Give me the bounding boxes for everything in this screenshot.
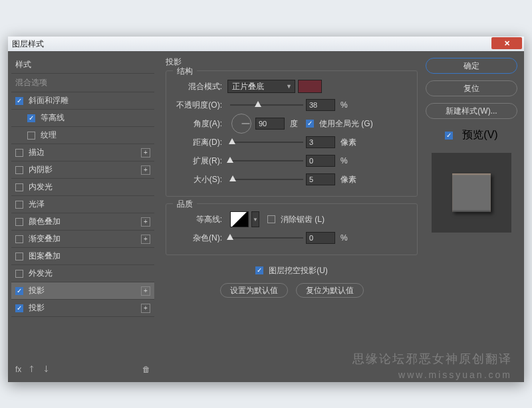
preview-box: [432, 153, 511, 233]
size-label: 大小(S):: [173, 174, 227, 185]
antialias-label: 消除锯齿 (L): [281, 214, 325, 225]
noise-slider[interactable]: [230, 233, 303, 243]
blending-options[interactable]: 混合选项: [11, 74, 154, 92]
preview-swatch: [452, 173, 491, 212]
blend-mode-select[interactable]: 正片叠底 ▼: [227, 80, 295, 93]
style-item-label: 等高线: [41, 112, 65, 124]
styles-sidebar: 样式 混合选项 ✓斜面和浮雕✓等高线纹理描边+内阴影+内发光光泽颜色叠加+渐变叠…: [8, 51, 158, 382]
style-item[interactable]: 渐变叠加+: [11, 231, 154, 248]
angle-dial[interactable]: [231, 114, 251, 134]
style-checkbox[interactable]: [15, 270, 23, 278]
move-down-icon[interactable]: 🡓: [43, 365, 51, 374]
distance-label: 距离(D):: [173, 137, 227, 148]
style-checkbox[interactable]: [15, 201, 23, 209]
angle-label: 角度(A):: [173, 118, 227, 130]
style-item-label: 斜面和浮雕: [29, 95, 68, 106]
contour-label: 等高线:: [173, 214, 227, 225]
style-checkbox[interactable]: ✓: [15, 287, 23, 295]
add-instance-icon[interactable]: +: [141, 286, 150, 296]
style-item-label: 图案叠加: [29, 251, 61, 262]
size-slider[interactable]: [230, 174, 303, 185]
ok-button[interactable]: 确定: [426, 58, 517, 74]
style-item[interactable]: 颜色叠加+: [11, 213, 154, 231]
right-pane: 确定 复位 新建样式(W)... ✓ 预览(V): [426, 51, 524, 382]
style-checkbox[interactable]: ✓: [15, 304, 23, 312]
contour-dropdown[interactable]: ▼: [251, 211, 259, 227]
preview-checkbox[interactable]: ✓: [445, 132, 453, 140]
noise-label: 杂色(N):: [173, 233, 227, 244]
distance-input[interactable]: 3: [306, 136, 335, 148]
antialias-checkbox[interactable]: [267, 215, 275, 223]
style-item[interactable]: 描边+: [11, 144, 154, 161]
titlebar[interactable]: 图层样式 ✕: [8, 37, 524, 51]
knockout-checkbox[interactable]: ✓: [255, 266, 263, 274]
knockout-row: ✓ 图层挖空投影(U): [166, 262, 418, 279]
chevron-down-icon: ▼: [286, 83, 292, 90]
size-input[interactable]: 5: [306, 173, 335, 185]
style-item-label: 投影: [29, 285, 45, 296]
style-checkbox[interactable]: [15, 253, 23, 260]
add-instance-icon[interactable]: +: [141, 165, 150, 175]
structure-group: 结构 混合模式: 正片叠底 ▼ 不透明度(O): 38 % 角度(A: [166, 70, 418, 197]
sidebar-header: 样式: [11, 56, 154, 74]
style-checkbox[interactable]: ✓: [15, 97, 23, 105]
style-item-label: 光泽: [29, 199, 45, 210]
style-checkbox[interactable]: ✓: [27, 114, 35, 122]
style-item[interactable]: 内阴影+: [11, 161, 154, 179]
add-instance-icon[interactable]: +: [141, 304, 150, 313]
style-item[interactable]: 光泽: [11, 196, 154, 213]
opacity-input[interactable]: 38: [306, 99, 335, 111]
style-checkbox[interactable]: [15, 166, 23, 174]
add-instance-icon[interactable]: +: [141, 217, 150, 227]
style-item[interactable]: 图案叠加: [11, 248, 154, 265]
style-item[interactable]: ✓投影+: [11, 282, 154, 300]
spread-input[interactable]: 0: [306, 155, 335, 167]
style-item-label: 内阴影: [29, 164, 53, 175]
window-title: 图层样式: [12, 39, 44, 50]
distance-row: 距离(D): 3 像素: [173, 134, 410, 151]
distance-slider[interactable]: [230, 137, 303, 148]
cancel-button[interactable]: 复位: [426, 80, 517, 96]
contour-picker[interactable]: [230, 211, 249, 227]
opacity-slider[interactable]: [230, 100, 303, 110]
new-style-button[interactable]: 新建样式(W)...: [426, 103, 517, 119]
style-item-label: 外发光: [29, 268, 53, 279]
style-checkbox[interactable]: [27, 132, 35, 140]
preview-label: 预览(V): [462, 128, 497, 142]
sidebar-footer: fx 🡑 🡓 🗑: [11, 360, 154, 379]
style-checkbox[interactable]: [15, 235, 23, 243]
noise-row: 杂色(N): 0 %: [173, 229, 410, 247]
layer-style-dialog: 图层样式 ✕ 样式 混合选项 ✓斜面和浮雕✓等高线纹理描边+内阴影+内发光光泽颜…: [8, 37, 524, 382]
spread-slider[interactable]: [230, 155, 303, 166]
add-instance-icon[interactable]: +: [141, 148, 150, 157]
style-checkbox[interactable]: [15, 218, 23, 226]
angle-input[interactable]: 90: [255, 118, 285, 130]
move-up-icon[interactable]: 🡑: [28, 365, 36, 374]
shadow-color-swatch[interactable]: [298, 80, 322, 93]
style-checkbox[interactable]: [15, 183, 23, 191]
style-item[interactable]: ✓投影+: [11, 300, 154, 317]
style-item-label: 内发光: [29, 181, 53, 193]
style-item-label: 纹理: [41, 130, 57, 141]
style-item[interactable]: 纹理: [11, 127, 154, 144]
style-item[interactable]: ✓斜面和浮雕: [11, 92, 154, 110]
opacity-label: 不透明度(O):: [173, 100, 227, 111]
opacity-row: 不透明度(O): 38 %: [173, 96, 410, 114]
style-item-label: 描边: [29, 147, 45, 158]
quality-legend: 品质: [173, 199, 197, 210]
close-button[interactable]: ✕: [491, 37, 522, 49]
noise-input[interactable]: 0: [306, 232, 335, 244]
fx-menu[interactable]: fx: [15, 365, 21, 374]
make-default-button[interactable]: 设置为默认值: [220, 283, 288, 298]
structure-legend: 结构: [173, 66, 197, 77]
global-light-checkbox[interactable]: ✓: [306, 120, 314, 128]
style-item[interactable]: 内发光: [11, 179, 154, 196]
blend-mode-row: 混合模式: 正片叠底 ▼: [173, 78, 410, 95]
style-item[interactable]: ✓等高线: [11, 110, 154, 127]
preview-toggle-row: ✓ 预览(V): [426, 128, 517, 142]
trash-icon[interactable]: 🗑: [142, 365, 150, 374]
reset-default-button[interactable]: 复位为默认值: [296, 283, 364, 298]
style-checkbox[interactable]: [15, 149, 23, 157]
style-item[interactable]: 外发光: [11, 265, 154, 282]
add-instance-icon[interactable]: +: [141, 235, 150, 244]
